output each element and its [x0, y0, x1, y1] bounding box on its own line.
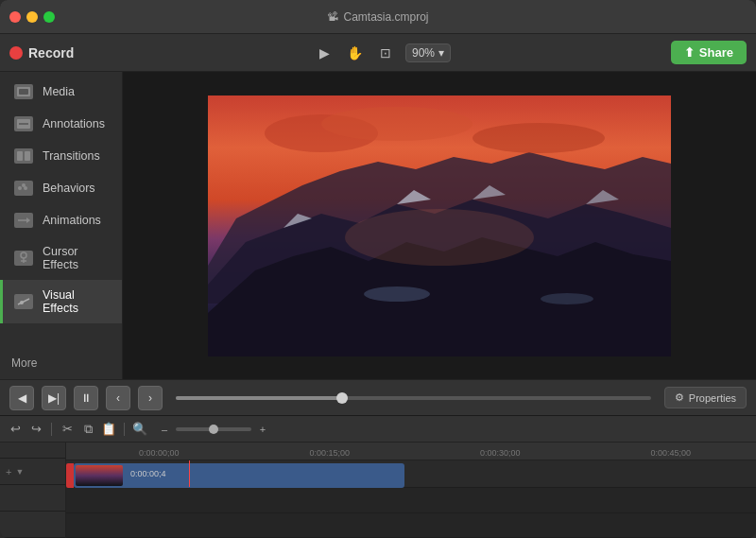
behaviors-icon — [14, 181, 33, 196]
svg-point-24 — [364, 286, 430, 302]
crop-tool[interactable]: ⊡ — [375, 43, 396, 63]
sidebar-item-behaviors[interactable]: Behaviors — [0, 172, 122, 204]
svg-point-28 — [472, 123, 605, 153]
expand-track-icon[interactable]: ▼ — [15, 467, 24, 477]
video-content — [208, 95, 671, 356]
annotations-icon — [14, 116, 33, 131]
hand-tool[interactable]: ✋ — [345, 43, 366, 63]
cut-button[interactable]: ✂ — [60, 422, 75, 437]
svg-rect-1 — [19, 89, 28, 95]
svg-point-27 — [321, 107, 472, 141]
zoom-select[interactable]: 90% ▾ — [405, 43, 451, 62]
visual-effects-icon — [14, 294, 33, 309]
track-label-ruler — [0, 443, 65, 459]
ruler-mark-2: 0:00:30;00 — [415, 448, 586, 458]
clip-thumbnail — [76, 465, 123, 486]
media-icon — [14, 84, 33, 99]
sidebar-item-cursor-effects[interactable]: Cursor Effects — [0, 236, 122, 280]
divider2 — [124, 423, 125, 436]
undo-button[interactable]: ↩ — [8, 422, 23, 437]
close-button[interactable] — [9, 11, 21, 23]
ruler-mark-1: 0:00:15;00 — [245, 448, 416, 458]
divider — [51, 423, 52, 436]
animations-icon — [14, 213, 33, 228]
progress-track[interactable] — [176, 396, 651, 400]
toolbar-left: Record — [9, 45, 132, 61]
svg-point-15 — [20, 301, 24, 304]
titlebar: 📽 Camtasia.cmproj — [0, 0, 756, 34]
zoom-thumb — [209, 425, 218, 434]
window-controls — [9, 11, 55, 23]
prev-frame-button[interactable]: ‹ — [106, 386, 130, 410]
track-label-1: + ▼ — [0, 459, 65, 485]
more-button[interactable]: More — [0, 347, 122, 379]
ruler-mark-3: 0:00:45;00 — [586, 448, 757, 458]
clip-timecode: 0:00:00;4 — [130, 469, 166, 478]
svg-marker-10 — [26, 217, 30, 223]
toolbar-right: ⬆ Share — [633, 41, 747, 64]
main-toolbar: Record ▶ ✋ ⊡ 90% ▾ ⬆ Share — [0, 34, 756, 72]
next-frame-button[interactable]: › — [138, 386, 163, 410]
record-label[interactable]: Record — [28, 45, 74, 61]
copy-button[interactable]: ⧉ — [80, 422, 95, 437]
zoom-in-icon: 🔍 — [132, 422, 147, 437]
preview-area — [123, 72, 756, 379]
svg-rect-4 — [17, 151, 23, 161]
progress-thumb[interactable] — [336, 392, 348, 404]
svg-rect-5 — [25, 151, 30, 161]
svg-point-25 — [541, 293, 593, 304]
share-icon: ⬆ — [684, 45, 695, 60]
track-label-3 — [0, 512, 65, 538]
share-button[interactable]: ⬆ Share — [671, 41, 747, 64]
paste-button[interactable]: 📋 — [101, 422, 116, 437]
sidebar-item-animations[interactable]: Animations — [0, 204, 122, 236]
track-labels: + ▼ — [0, 443, 66, 538]
svg-point-8 — [22, 183, 26, 187]
transitions-icon — [14, 148, 33, 164]
add-track-icon[interactable]: + — [6, 466, 11, 477]
playback-bar: ◀ ▶| ⏸ ‹ › ⚙ Properties — [0, 379, 756, 415]
svg-point-6 — [18, 186, 22, 190]
track-label-2 — [0, 485, 65, 512]
zoom-out-button[interactable]: – — [157, 422, 172, 437]
zoom-in-button[interactable]: + — [255, 422, 270, 437]
track-main: 0:00:00;00 0:00:15;00 0:00:30;00 0:00:45… — [66, 443, 756, 538]
step-forward-button[interactable]: ▶| — [42, 386, 66, 410]
gear-icon: ⚙ — [675, 391, 684, 404]
zoom-track: – + — [157, 422, 270, 437]
minimize-button[interactable] — [26, 11, 38, 23]
ruler-marks: 0:00:00;00 0:00:15;00 0:00:30;00 0:00:45… — [74, 448, 756, 458]
timeline-ruler: 0:00:00;00 0:00:15;00 0:00:30;00 0:00:45… — [66, 443, 756, 460]
sidebar-item-annotations[interactable]: Annotations — [0, 108, 122, 140]
file-icon: 📽 — [327, 10, 338, 24]
zoom-slider[interactable] — [176, 427, 251, 431]
cursor-effects-icon — [14, 251, 33, 266]
track-row-3 — [66, 513, 756, 538]
ruler-mark-0: 0:00:00;00 — [74, 448, 245, 458]
svg-point-29 — [345, 209, 534, 266]
properties-button[interactable]: ⚙ Properties — [664, 387, 747, 408]
progress-fill — [176, 396, 342, 400]
svg-point-11 — [21, 252, 26, 258]
playhead[interactable] — [189, 460, 190, 487]
rewind-button[interactable]: ◀ — [9, 386, 34, 410]
timeline-tracks: + ▼ 0:00:00;00 0:00:15;00 0:00:30;00 0:0… — [0, 443, 756, 538]
window-title: 📽 Camtasia.cmproj — [327, 10, 428, 24]
timeline-area: ↩ ↪ ✂ ⧉ 📋 🔍 – + + ▼ — [0, 415, 756, 538]
start-marker — [66, 463, 74, 488]
redo-button[interactable]: ↪ — [28, 422, 43, 437]
sidebar-item-transitions[interactable]: Transitions — [0, 140, 122, 172]
maximize-button[interactable] — [43, 11, 55, 23]
sidebar-item-visual-effects[interactable]: Visual Effects — [0, 280, 122, 323]
sidebar-item-media[interactable]: Media — [0, 76, 122, 108]
cursor-tool[interactable]: ▶ — [315, 43, 335, 63]
middle-section: Media Annotations Transitions Behaviors — [0, 72, 756, 379]
video-frame — [208, 95, 671, 356]
toolbar-center: ▶ ✋ ⊡ 90% ▾ — [132, 43, 633, 63]
record-indicator — [9, 46, 23, 60]
timeline-toolbar: ↩ ↪ ✂ ⧉ 📋 🔍 – + — [0, 416, 756, 443]
chevron-down-icon: ▾ — [438, 46, 444, 60]
video-clip[interactable]: 0:00:00;4 — [74, 463, 404, 488]
pause-button[interactable]: ⏸ — [74, 386, 98, 410]
video-track-row: 0:00:00;4 — [66, 460, 756, 488]
